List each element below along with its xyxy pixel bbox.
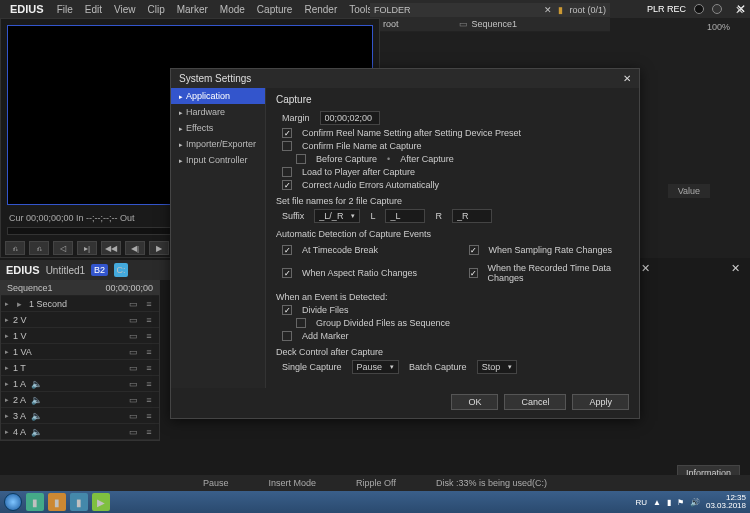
nav-input-controller[interactable]: ▸Input Controller bbox=[171, 152, 265, 168]
system-clock[interactable]: 12:35 03.03.2018 bbox=[706, 494, 746, 510]
track-speaker-icon[interactable]: 🔈 bbox=[30, 411, 42, 421]
track-lock-icon[interactable]: ≡ bbox=[143, 299, 155, 309]
edit-action2-icon[interactable]: ⎌ bbox=[29, 241, 49, 255]
track-row[interactable]: ▸1 VA▭≡ bbox=[1, 344, 159, 360]
track-mute-icon[interactable]: ▭ bbox=[127, 379, 139, 389]
track-speaker-icon[interactable]: 🔈 bbox=[30, 395, 42, 405]
taskbar-explorer-icon[interactable]: ▮ bbox=[26, 493, 44, 511]
track-lock-icon[interactable]: ≡ bbox=[143, 427, 155, 437]
plr-rec-badge: PLR REC bbox=[647, 4, 686, 14]
language-indicator[interactable]: RU bbox=[635, 498, 647, 507]
menu-render[interactable]: Render bbox=[299, 4, 342, 15]
track-mute-icon[interactable]: ▭ bbox=[127, 315, 139, 325]
nav-hardware[interactable]: ▸Hardware bbox=[171, 104, 265, 120]
chk-divide-files[interactable] bbox=[282, 305, 292, 315]
tray-flag-icon[interactable]: ▲ bbox=[653, 498, 661, 507]
bin-close-icon[interactable]: ✕ bbox=[735, 4, 744, 17]
track-speaker-icon[interactable]: 🔈 bbox=[30, 427, 42, 437]
menu-file[interactable]: File bbox=[52, 4, 78, 15]
track-row[interactable]: ▸4 A🔈▭≡ bbox=[1, 424, 159, 440]
panel-close-icon[interactable]: ✕ bbox=[731, 262, 740, 275]
b2-badge[interactable]: B2 bbox=[91, 264, 108, 276]
chk-aspect[interactable] bbox=[282, 268, 292, 278]
sequence-tab[interactable]: Sequence1 bbox=[7, 283, 53, 293]
track-row[interactable]: ▸1 V▭≡ bbox=[1, 328, 159, 344]
menu-marker[interactable]: Marker bbox=[172, 4, 213, 15]
record-indicator-icon[interactable] bbox=[694, 4, 704, 14]
taskbar-app2-icon[interactable]: ▮ bbox=[70, 493, 88, 511]
track-lock-icon[interactable]: ≡ bbox=[143, 347, 155, 357]
prev-frame-icon[interactable]: ◀| bbox=[125, 241, 145, 255]
track-row[interactable]: ▸2 A🔈▭≡ bbox=[1, 392, 159, 408]
track-row[interactable]: ▸3 A🔈▭≡ bbox=[1, 408, 159, 424]
chk-filename[interactable] bbox=[282, 141, 292, 151]
taskbar-edius-icon[interactable]: ▶ bbox=[92, 493, 110, 511]
track-mute-icon[interactable]: ▭ bbox=[127, 347, 139, 357]
value-column-header: Value bbox=[668, 184, 710, 198]
suffix-select[interactable]: _L/_R bbox=[314, 209, 360, 223]
track-lock-icon[interactable]: ≡ bbox=[143, 331, 155, 341]
edit-action1-icon[interactable]: ⎌ bbox=[5, 241, 25, 255]
track-mute-icon[interactable]: ▭ bbox=[127, 411, 139, 421]
chk-recorded[interactable] bbox=[469, 268, 478, 278]
menu-view[interactable]: View bbox=[109, 4, 141, 15]
tray-volume-icon[interactable]: 🔊 bbox=[690, 498, 700, 507]
track-mute-icon[interactable]: ▭ bbox=[127, 427, 139, 437]
track-mute-icon[interactable]: ▭ bbox=[127, 299, 139, 309]
track-lock-icon[interactable]: ≡ bbox=[143, 379, 155, 389]
track-mute-icon[interactable]: ▭ bbox=[127, 363, 139, 373]
margin-input[interactable] bbox=[320, 111, 380, 125]
tray-network-icon[interactable]: ⚑ bbox=[677, 498, 684, 507]
chk-reel-name[interactable] bbox=[282, 128, 292, 138]
track-mute-icon[interactable]: ▭ bbox=[127, 395, 139, 405]
nav-application[interactable]: ▸Application bbox=[171, 88, 265, 104]
mark-in-icon[interactable]: ◁ bbox=[53, 241, 73, 255]
tray-action-center-icon[interactable]: ▮ bbox=[667, 498, 671, 507]
nav-importer-exporter[interactable]: ▸Importer/Exporter bbox=[171, 136, 265, 152]
radio-before-capture[interactable] bbox=[296, 154, 306, 164]
track-patch-icon[interactable]: ▸ bbox=[13, 299, 25, 309]
chk-load-player[interactable] bbox=[282, 167, 292, 177]
single-capture-select[interactable]: Pause bbox=[352, 360, 400, 374]
dialog-close-icon[interactable]: ✕ bbox=[623, 73, 631, 84]
apply-button[interactable]: Apply bbox=[572, 394, 629, 410]
track-label: 3 A bbox=[13, 411, 26, 421]
folder-root-row[interactable]: ▮ root ▭ Sequence1 bbox=[370, 17, 610, 32]
track-lock-icon[interactable]: ≡ bbox=[143, 363, 155, 373]
menu-capture[interactable]: Capture bbox=[252, 4, 298, 15]
timeline-close-icon[interactable]: ✕ bbox=[641, 262, 650, 275]
batch-capture-select[interactable]: Stop bbox=[477, 360, 518, 374]
rewind-icon[interactable]: ◀◀ bbox=[101, 241, 121, 255]
taskbar-app1-icon[interactable]: ▮ bbox=[48, 493, 66, 511]
track-lock-icon[interactable]: ≡ bbox=[143, 395, 155, 405]
r-suffix-input[interactable] bbox=[452, 209, 492, 223]
track-row[interactable]: ▸1 A🔈▭≡ bbox=[1, 376, 159, 392]
play-icon[interactable]: ▶ bbox=[149, 241, 169, 255]
nav-effects[interactable]: ▸Effects bbox=[171, 120, 265, 136]
chk-tcbreak[interactable] bbox=[282, 245, 292, 255]
l-suffix-input[interactable] bbox=[385, 209, 425, 223]
track-lock-icon[interactable]: ≡ bbox=[143, 411, 155, 421]
chk-add-marker[interactable] bbox=[282, 331, 292, 341]
record-indicator2-icon[interactable] bbox=[712, 4, 722, 14]
track-row[interactable]: ▸1 T▭≡ bbox=[1, 360, 159, 376]
menu-mode[interactable]: Mode bbox=[215, 4, 250, 15]
status-pause: Pause bbox=[203, 478, 229, 488]
menu-edit[interactable]: Edit bbox=[80, 4, 107, 15]
zoom-percent[interactable]: 100% bbox=[707, 22, 730, 32]
track-lock-icon[interactable]: ≡ bbox=[143, 315, 155, 325]
c-toggle-icon[interactable]: C: bbox=[114, 263, 128, 277]
menu-clip[interactable]: Clip bbox=[142, 4, 169, 15]
folder-close-icon[interactable]: ✕ bbox=[544, 5, 552, 15]
track-mute-icon[interactable]: ▭ bbox=[127, 331, 139, 341]
cancel-button[interactable]: Cancel bbox=[504, 394, 566, 410]
step-back-icon[interactable]: ▸| bbox=[77, 241, 97, 255]
chk-group-divided[interactable] bbox=[296, 318, 306, 328]
chk-sampling[interactable] bbox=[469, 245, 479, 255]
track-row[interactable]: ▸▸1 Second▭≡ bbox=[1, 296, 159, 312]
ok-button[interactable]: OK bbox=[451, 394, 498, 410]
start-button-icon[interactable] bbox=[4, 493, 22, 511]
chk-audio-errors[interactable] bbox=[282, 180, 292, 190]
track-speaker-icon[interactable]: 🔈 bbox=[30, 379, 42, 389]
track-row[interactable]: ▸2 V▭≡ bbox=[1, 312, 159, 328]
